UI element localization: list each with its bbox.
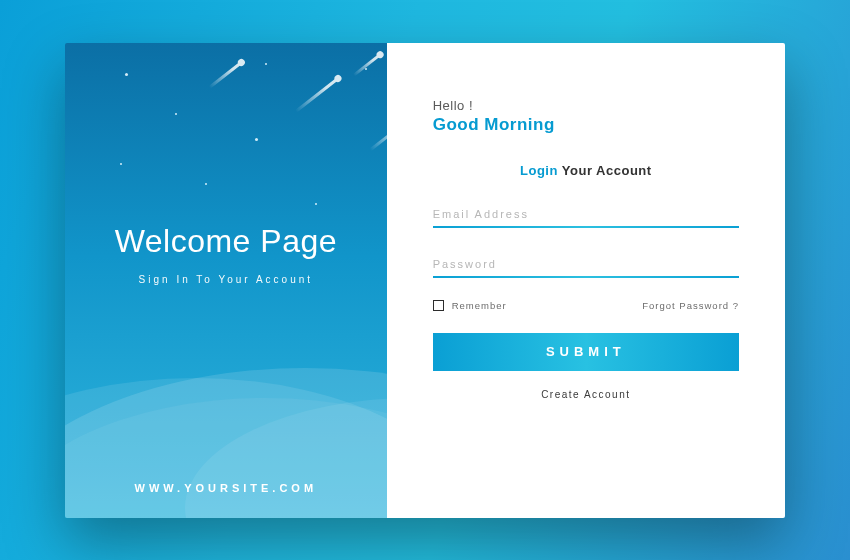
email-field[interactable] <box>433 204 739 228</box>
welcome-subtitle: Sign In To Your Account <box>65 274 387 285</box>
login-card: Welcome Page Sign In To Your Account WWW… <box>65 43 785 518</box>
remember-checkbox[interactable]: Remember <box>433 300 507 311</box>
welcome-text-block: Welcome Page Sign In To Your Account <box>65 43 387 285</box>
checkbox-icon <box>433 300 444 311</box>
welcome-title: Welcome Page <box>65 223 387 260</box>
login-heading: Login Your Account <box>433 163 739 178</box>
create-account-link[interactable]: Create Account <box>433 389 739 400</box>
password-field[interactable] <box>433 254 739 278</box>
forgot-password-link[interactable]: Forgot Password ? <box>642 300 739 311</box>
welcome-panel: Welcome Page Sign In To Your Account WWW… <box>65 43 387 518</box>
login-heading-rest: Your Account <box>558 163 652 178</box>
site-url: WWW.YOURSITE.COM <box>65 482 387 494</box>
clouds-decoration <box>65 258 387 518</box>
options-row: Remember Forgot Password ? <box>433 300 739 311</box>
remember-label: Remember <box>452 300 507 311</box>
greeting-small: Hello ! <box>433 98 739 113</box>
login-heading-accent: Login <box>520 163 558 178</box>
login-form-panel: Hello ! Good Morning Login Your Account … <box>387 43 785 518</box>
submit-button[interactable]: SUBMIT <box>433 333 739 371</box>
greeting-large: Good Morning <box>433 115 739 135</box>
